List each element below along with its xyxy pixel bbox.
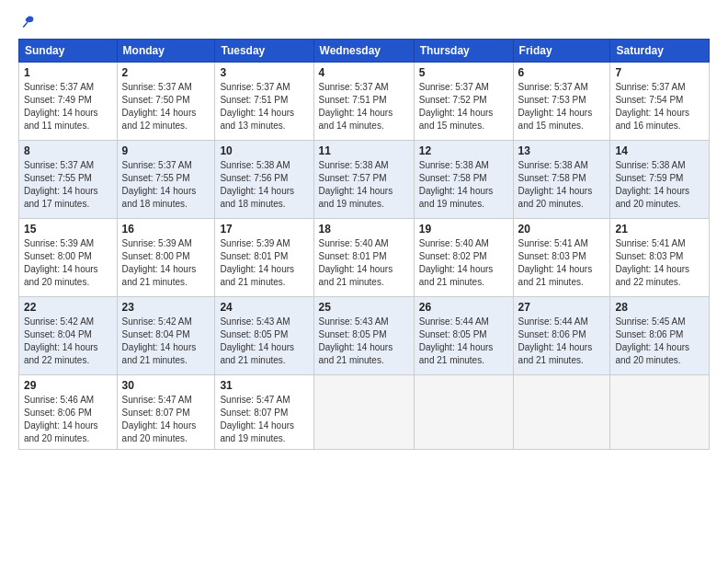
page: Sunday Monday Tuesday Wednesday Thursday… [0, 0, 728, 563]
day-number: 2 [122, 66, 210, 79]
day-info: Sunrise: 5:40 AMSunset: 8:01 PMDaylight:… [319, 237, 409, 289]
day-info: Sunrise: 5:44 AMSunset: 8:05 PMDaylight:… [419, 316, 508, 367]
day-number: 3 [220, 66, 308, 79]
day-number: 1 [24, 66, 112, 79]
table-row: 3Sunrise: 5:37 AMSunset: 7:51 PMDaylight… [215, 63, 313, 141]
calendar-week-row: 22Sunrise: 5:42 AMSunset: 8:04 PMDayligh… [19, 297, 710, 375]
day-info: Sunrise: 5:41 AMSunset: 8:03 PMDaylight:… [615, 237, 704, 289]
table-row: 5Sunrise: 5:37 AMSunset: 7:52 PMDaylight… [414, 63, 513, 141]
day-number: 30 [122, 379, 210, 392]
col-wednesday: Wednesday [313, 40, 414, 63]
day-number: 23 [122, 301, 210, 314]
day-info: Sunrise: 5:37 AMSunset: 7:53 PMDaylight:… [518, 81, 606, 132]
day-number: 21 [615, 223, 704, 236]
table-row: 13Sunrise: 5:38 AMSunset: 7:58 PMDayligh… [513, 141, 610, 219]
day-info: Sunrise: 5:37 AMSunset: 7:52 PMDaylight:… [419, 81, 508, 132]
table-row: 31Sunrise: 5:47 AMSunset: 8:07 PMDayligh… [215, 375, 313, 450]
col-monday: Monday [117, 40, 215, 63]
day-number: 19 [419, 223, 508, 236]
day-info: Sunrise: 5:37 AMSunset: 7:55 PMDaylight:… [122, 159, 210, 211]
day-info: Sunrise: 5:38 AMSunset: 7:56 PMDaylight:… [220, 159, 308, 211]
day-info: Sunrise: 5:47 AMSunset: 8:07 PMDaylight:… [122, 394, 210, 445]
table-row: 22Sunrise: 5:42 AMSunset: 8:04 PMDayligh… [19, 297, 118, 375]
day-info: Sunrise: 5:37 AMSunset: 7:50 PMDaylight:… [122, 81, 210, 132]
day-info: Sunrise: 5:38 AMSunset: 7:57 PMDaylight:… [319, 159, 409, 211]
day-info: Sunrise: 5:40 AMSunset: 8:02 PMDaylight:… [419, 237, 508, 289]
logo-bird-icon [20, 15, 35, 29]
header [18, 15, 710, 29]
day-info: Sunrise: 5:45 AMSunset: 8:06 PMDaylight:… [615, 316, 704, 367]
table-row: 19Sunrise: 5:40 AMSunset: 8:02 PMDayligh… [414, 219, 513, 297]
day-info: Sunrise: 5:39 AMSunset: 8:00 PMDaylight:… [24, 237, 112, 289]
table-row: 25Sunrise: 5:43 AMSunset: 8:05 PMDayligh… [313, 297, 414, 375]
day-number: 4 [319, 66, 409, 79]
table-row [513, 375, 610, 450]
day-info: Sunrise: 5:37 AMSunset: 7:54 PMDaylight:… [615, 81, 704, 132]
day-info: Sunrise: 5:39 AMSunset: 8:00 PMDaylight:… [122, 237, 210, 289]
col-sunday: Sunday [19, 40, 118, 63]
table-row: 24Sunrise: 5:43 AMSunset: 8:05 PMDayligh… [215, 297, 313, 375]
day-number: 15 [24, 223, 112, 236]
day-number: 7 [615, 66, 704, 79]
table-row: 15Sunrise: 5:39 AMSunset: 8:00 PMDayligh… [19, 219, 118, 297]
day-number: 28 [615, 301, 704, 314]
table-row: 11Sunrise: 5:38 AMSunset: 7:57 PMDayligh… [313, 141, 414, 219]
table-row: 21Sunrise: 5:41 AMSunset: 8:03 PMDayligh… [610, 219, 710, 297]
col-thursday: Thursday [414, 40, 513, 63]
logo [18, 15, 35, 29]
day-info: Sunrise: 5:38 AMSunset: 7:58 PMDaylight:… [518, 159, 606, 211]
table-row: 23Sunrise: 5:42 AMSunset: 8:04 PMDayligh… [117, 297, 215, 375]
day-number: 26 [419, 301, 508, 314]
day-number: 18 [319, 223, 409, 236]
table-row: 27Sunrise: 5:44 AMSunset: 8:06 PMDayligh… [513, 297, 610, 375]
day-number: 31 [220, 379, 308, 392]
table-row [414, 375, 513, 450]
day-number: 5 [419, 66, 508, 79]
table-row: 12Sunrise: 5:38 AMSunset: 7:58 PMDayligh… [414, 141, 513, 219]
table-row: 16Sunrise: 5:39 AMSunset: 8:00 PMDayligh… [117, 219, 215, 297]
table-row: 7Sunrise: 5:37 AMSunset: 7:54 PMDaylight… [610, 63, 710, 141]
table-row: 2Sunrise: 5:37 AMSunset: 7:50 PMDaylight… [117, 63, 215, 141]
table-row: 8Sunrise: 5:37 AMSunset: 7:55 PMDaylight… [19, 141, 118, 219]
day-info: Sunrise: 5:46 AMSunset: 8:06 PMDaylight:… [24, 394, 112, 445]
calendar-header-row: Sunday Monday Tuesday Wednesday Thursday… [19, 40, 710, 63]
day-number: 16 [122, 223, 210, 236]
day-number: 20 [518, 223, 606, 236]
day-info: Sunrise: 5:37 AMSunset: 7:49 PMDaylight:… [24, 81, 112, 132]
col-saturday: Saturday [610, 40, 710, 63]
day-info: Sunrise: 5:37 AMSunset: 7:51 PMDaylight:… [319, 81, 409, 132]
day-number: 22 [24, 301, 112, 314]
day-number: 10 [220, 144, 308, 157]
col-friday: Friday [513, 40, 610, 63]
table-row [610, 375, 710, 450]
day-number: 8 [24, 144, 112, 157]
table-row: 1Sunrise: 5:37 AMSunset: 7:49 PMDaylight… [19, 63, 118, 141]
table-row: 10Sunrise: 5:38 AMSunset: 7:56 PMDayligh… [215, 141, 313, 219]
day-info: Sunrise: 5:37 AMSunset: 7:51 PMDaylight:… [220, 81, 308, 132]
day-info: Sunrise: 5:42 AMSunset: 8:04 PMDaylight:… [24, 316, 112, 367]
table-row: 18Sunrise: 5:40 AMSunset: 8:01 PMDayligh… [313, 219, 414, 297]
table-row: 20Sunrise: 5:41 AMSunset: 8:03 PMDayligh… [513, 219, 610, 297]
day-number: 25 [319, 301, 409, 314]
table-row [313, 375, 414, 450]
table-row: 4Sunrise: 5:37 AMSunset: 7:51 PMDaylight… [313, 63, 414, 141]
day-number: 11 [319, 144, 409, 157]
day-info: Sunrise: 5:44 AMSunset: 8:06 PMDaylight:… [518, 316, 606, 367]
table-row: 29Sunrise: 5:46 AMSunset: 8:06 PMDayligh… [19, 375, 118, 450]
day-info: Sunrise: 5:43 AMSunset: 8:05 PMDaylight:… [220, 316, 308, 367]
day-info: Sunrise: 5:41 AMSunset: 8:03 PMDaylight:… [518, 237, 606, 289]
table-row: 30Sunrise: 5:47 AMSunset: 8:07 PMDayligh… [117, 375, 215, 450]
day-number: 13 [518, 144, 606, 157]
table-row: 28Sunrise: 5:45 AMSunset: 8:06 PMDayligh… [610, 297, 710, 375]
calendar-week-row: 15Sunrise: 5:39 AMSunset: 8:00 PMDayligh… [19, 219, 710, 297]
day-number: 14 [615, 144, 704, 157]
day-info: Sunrise: 5:43 AMSunset: 8:05 PMDaylight:… [319, 316, 409, 367]
day-info: Sunrise: 5:47 AMSunset: 8:07 PMDaylight:… [220, 394, 308, 445]
day-number: 27 [518, 301, 606, 314]
table-row: 26Sunrise: 5:44 AMSunset: 8:05 PMDayligh… [414, 297, 513, 375]
table-row: 14Sunrise: 5:38 AMSunset: 7:59 PMDayligh… [610, 141, 710, 219]
calendar-table: Sunday Monday Tuesday Wednesday Thursday… [18, 39, 710, 450]
day-info: Sunrise: 5:38 AMSunset: 7:58 PMDaylight:… [419, 159, 508, 211]
calendar-week-row: 1Sunrise: 5:37 AMSunset: 7:49 PMDaylight… [19, 63, 710, 141]
day-info: Sunrise: 5:38 AMSunset: 7:59 PMDaylight:… [615, 159, 704, 211]
